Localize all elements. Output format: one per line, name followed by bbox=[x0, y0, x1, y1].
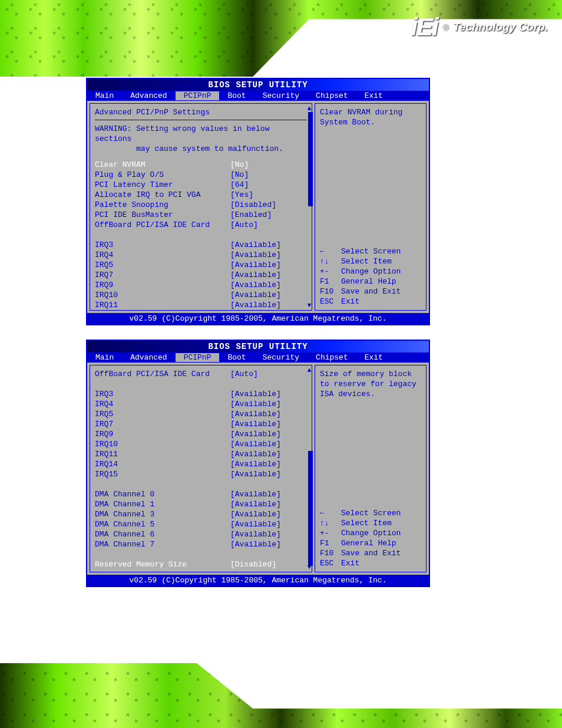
setting-row[interactable]: OffBoard PCI/ISA IDE Card[Auto] bbox=[95, 369, 307, 379]
bios-title: BIOS SETUP UTILITY bbox=[87, 79, 429, 91]
setting-label: PCI Latency Timer bbox=[95, 180, 230, 190]
hotkey: F1 bbox=[320, 538, 341, 548]
setting-label: IRQ3 bbox=[95, 240, 230, 250]
setting-label: IRQ14 bbox=[95, 459, 230, 469]
setting-value: [Available] bbox=[230, 469, 281, 479]
setting-row[interactable]: IRQ15[Available] bbox=[95, 469, 307, 479]
hotkey-label: Exit bbox=[341, 297, 359, 306]
scroll-up-icon[interactable]: ▲ bbox=[306, 367, 313, 374]
tab-chipset[interactable]: Chipset bbox=[308, 91, 356, 100]
tab-exit[interactable]: Exit bbox=[356, 353, 391, 362]
setting-row[interactable]: Allocate IRQ to PCI VGA[Yes] bbox=[95, 190, 307, 200]
setting-value: [Auto] bbox=[230, 369, 258, 379]
tab-advanced[interactable]: Advanced bbox=[122, 91, 175, 100]
setting-row[interactable]: DMA Channel 7[Available] bbox=[95, 539, 307, 549]
setting-value: [Available] bbox=[230, 429, 281, 439]
tab-security[interactable]: Security bbox=[254, 353, 308, 362]
setting-row[interactable]: IRQ7[Available] bbox=[95, 419, 307, 429]
setting-row[interactable]: DMA Channel 0[Available] bbox=[95, 489, 307, 499]
tab-main[interactable]: Main bbox=[87, 91, 122, 100]
hotkey-label: Select Screen bbox=[341, 247, 401, 256]
bios-title: BIOS SETUP UTILITY bbox=[87, 341, 429, 353]
logo-text: Technology Corp. bbox=[453, 21, 548, 34]
setting-value: [Available] bbox=[230, 509, 281, 519]
setting-row[interactable]: OffBoard PCI/ISA IDE Card[Auto] bbox=[95, 220, 307, 230]
setting-value: [No] bbox=[230, 160, 249, 170]
setting-row[interactable]: IRQ7[Available] bbox=[95, 270, 307, 280]
setting-row[interactable]: IRQ10[Available] bbox=[95, 439, 307, 449]
setting-value: [Available] bbox=[230, 260, 281, 270]
setting-row[interactable]: Plug & Play O/S[No] bbox=[95, 170, 307, 180]
setting-label: OffBoard PCI/ISA IDE Card bbox=[95, 220, 230, 230]
setting-label: IRQ9 bbox=[95, 280, 230, 290]
setting-label: DMA Channel 0 bbox=[95, 489, 230, 499]
warning-text: WARNING: Setting wrong values in below s… bbox=[95, 124, 307, 154]
tab-advanced[interactable]: Advanced bbox=[122, 353, 175, 362]
setting-row[interactable]: DMA Channel 1[Available] bbox=[95, 499, 307, 509]
setting-row[interactable]: IRQ4[Available] bbox=[95, 399, 307, 409]
setting-row[interactable]: IRQ10[Available] bbox=[95, 290, 307, 300]
setting-label: DMA Channel 3 bbox=[95, 509, 230, 519]
tab-boot[interactable]: Boot bbox=[219, 353, 254, 362]
setting-label: Plug & Play O/S bbox=[95, 170, 230, 180]
setting-label: IRQ4 bbox=[95, 250, 230, 260]
help-line: System Boot. bbox=[320, 117, 421, 127]
settings-panel: ▲ ▼ OffBoard PCI/ISA IDE Card[Auto] IRQ3… bbox=[90, 365, 312, 572]
tab-pcipnp[interactable]: PCIPnP bbox=[176, 91, 220, 100]
setting-label: IRQ11 bbox=[95, 449, 230, 459]
tab-security[interactable]: Security bbox=[254, 91, 308, 100]
setting-row[interactable]: IRQ3[Available] bbox=[95, 240, 307, 250]
bios-window-2: BIOS SETUP UTILITY Main Advanced PCIPnP … bbox=[86, 340, 430, 587]
setting-clear-nvram[interactable]: Clear NVRAM [No] bbox=[95, 160, 307, 170]
setting-row[interactable]: IRQ11[Available] bbox=[95, 449, 307, 459]
scroll-up-icon[interactable]: ▲ bbox=[306, 105, 313, 112]
hotkey-label: Select Item bbox=[341, 257, 392, 266]
setting-label: IRQ5 bbox=[95, 409, 230, 419]
setting-row[interactable]: IRQ9[Available] bbox=[95, 429, 307, 439]
setting-value: [Available] bbox=[230, 499, 281, 509]
setting-row[interactable]: IRQ5[Available] bbox=[95, 260, 307, 270]
hotkey-label: Select Screen bbox=[341, 509, 401, 518]
setting-row[interactable]: DMA Channel 6[Available] bbox=[95, 529, 307, 539]
setting-row[interactable]: IRQ5[Available] bbox=[95, 409, 307, 419]
tab-main[interactable]: Main bbox=[87, 353, 122, 362]
setting-row[interactable]: IRQ3[Available] bbox=[95, 389, 307, 399]
setting-row[interactable]: IRQ11[Available] bbox=[95, 300, 307, 310]
scrollbar-thumb[interactable] bbox=[308, 112, 313, 206]
setting-label: IRQ11 bbox=[95, 300, 230, 310]
setting-reserved-memory[interactable]: Reserved Memory Size [Disabled] bbox=[95, 559, 307, 569]
hotkey: ↑↓ bbox=[320, 256, 341, 266]
setting-row[interactable]: DMA Channel 5[Available] bbox=[95, 519, 307, 529]
setting-label: Reserved Memory Size bbox=[95, 559, 230, 569]
hotkey: ESC bbox=[320, 558, 341, 568]
warning-line2: may cause system to malfunction. bbox=[95, 144, 307, 154]
scroll-down-icon[interactable]: ▼ bbox=[306, 302, 313, 309]
hotkey-label: General Help bbox=[341, 277, 396, 286]
help-panel: Size of memory block to reserve for lega… bbox=[315, 365, 427, 572]
setting-row[interactable]: PCI IDE BusMaster[Enabled] bbox=[95, 210, 307, 220]
tab-boot[interactable]: Boot bbox=[219, 91, 254, 100]
hotkey-label: Change Option bbox=[341, 267, 401, 276]
divider bbox=[95, 120, 307, 120]
scroll-down-icon[interactable]: ▼ bbox=[306, 564, 313, 571]
setting-label: DMA Channel 5 bbox=[95, 519, 230, 529]
scrollbar-thumb[interactable] bbox=[308, 451, 313, 566]
help-line: Clear NVRAM during bbox=[320, 107, 421, 117]
tab-chipset[interactable]: Chipset bbox=[308, 353, 356, 362]
setting-value: [Disabled] bbox=[230, 200, 276, 210]
bios-footer: v02.59 (C)Copyright 1985-2005, American … bbox=[87, 313, 429, 324]
setting-row[interactable]: IRQ9[Available] bbox=[95, 280, 307, 290]
setting-row[interactable]: Palette Snooping[Disabled] bbox=[95, 200, 307, 210]
brand-logo: iEi ® Technology Corp. bbox=[411, 13, 548, 41]
setting-value: [Available] bbox=[230, 529, 281, 539]
setting-value: [64] bbox=[230, 180, 249, 190]
tab-exit[interactable]: Exit bbox=[356, 91, 391, 100]
tab-pcipnp[interactable]: PCIPnP bbox=[176, 353, 220, 362]
setting-value: [No] bbox=[230, 170, 249, 180]
setting-row[interactable]: PCI Latency Timer[64] bbox=[95, 180, 307, 190]
setting-label: Clear NVRAM bbox=[95, 160, 230, 170]
setting-row[interactable]: DMA Channel 3[Available] bbox=[95, 509, 307, 519]
setting-row[interactable]: IRQ14[Available] bbox=[95, 459, 307, 469]
hotkey: ESC bbox=[320, 297, 341, 307]
setting-row[interactable]: IRQ4[Available] bbox=[95, 250, 307, 260]
